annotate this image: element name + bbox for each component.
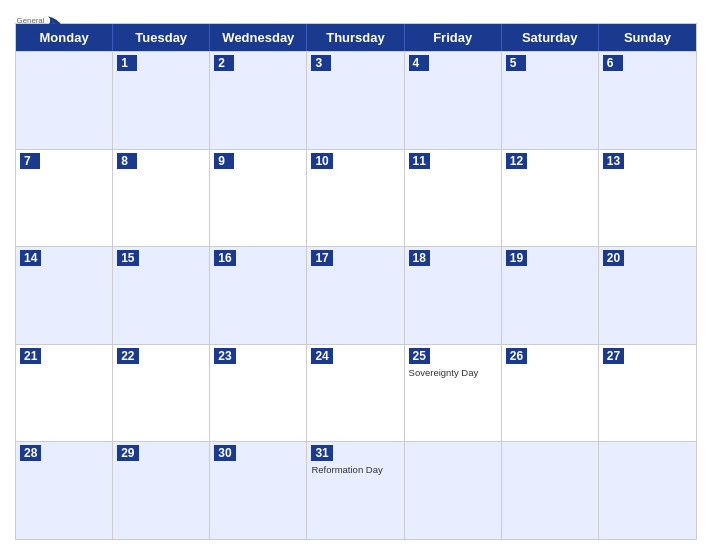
day-number: 12 [506,153,527,169]
day-number: 24 [311,348,332,364]
day-cell: 28 [16,442,113,539]
day-number: 1 [117,55,137,71]
day-cell: 3 [307,52,404,149]
day-number: 2 [214,55,234,71]
day-cell: 9 [210,150,307,247]
day-cell: 5 [502,52,599,149]
day-number: 21 [20,348,41,364]
day-number: 10 [311,153,332,169]
day-number: 19 [506,250,527,266]
day-cell: 22 [113,345,210,442]
weeks-container: 1234567891011121314151617181920212223242… [16,51,696,539]
day-cell [502,442,599,539]
calendar-grid: MondayTuesdayWednesdayThursdayFridaySatu… [15,23,697,540]
day-number: 27 [603,348,624,364]
day-cell: 25Sovereignty Day [405,345,502,442]
day-cell [599,442,696,539]
day-header-friday: Friday [405,24,502,51]
day-cell: 11 [405,150,502,247]
event-label: Reformation Day [311,464,399,475]
day-number: 4 [409,55,429,71]
day-cell: 23 [210,345,307,442]
day-cell: 17 [307,247,404,344]
day-cell: 27 [599,345,696,442]
day-cell: 13 [599,150,696,247]
day-cell: 30 [210,442,307,539]
day-number: 28 [20,445,41,461]
day-cell: 26 [502,345,599,442]
day-cell: 19 [502,247,599,344]
day-cell: 15 [113,247,210,344]
day-number: 23 [214,348,235,364]
calendar-container: General Blue MondayTuesdayWednesdayThurs… [0,0,712,550]
day-cell: 20 [599,247,696,344]
day-header-saturday: Saturday [502,24,599,51]
day-cell: 6 [599,52,696,149]
week-row-5: 28293031Reformation Day [16,441,696,539]
day-number: 9 [214,153,234,169]
day-number: 16 [214,250,235,266]
day-number: 26 [506,348,527,364]
day-cell: 14 [16,247,113,344]
svg-text:Blue: Blue [17,24,41,36]
day-cell: 21 [16,345,113,442]
day-number: 20 [603,250,624,266]
day-cell: 8 [113,150,210,247]
calendar-header: General Blue [15,10,697,15]
week-row-3: 14151617181920 [16,246,696,344]
day-number: 13 [603,153,624,169]
day-cell: 31Reformation Day [307,442,404,539]
week-row-2: 78910111213 [16,149,696,247]
day-header-thursday: Thursday [307,24,404,51]
day-cell: 7 [16,150,113,247]
day-header-sunday: Sunday [599,24,696,51]
day-cell: 24 [307,345,404,442]
day-number: 31 [311,445,332,461]
week-row-1: 123456 [16,51,696,149]
day-cell: 18 [405,247,502,344]
day-number: 11 [409,153,430,169]
day-cell [405,442,502,539]
day-number: 8 [117,153,137,169]
day-number: 5 [506,55,526,71]
day-cell: 16 [210,247,307,344]
day-headers: MondayTuesdayWednesdayThursdayFridaySatu… [16,24,696,51]
day-cell: 10 [307,150,404,247]
day-header-wednesday: Wednesday [210,24,307,51]
day-cell: 2 [210,52,307,149]
day-number: 18 [409,250,430,266]
day-header-tuesday: Tuesday [113,24,210,51]
day-number: 15 [117,250,138,266]
day-number: 30 [214,445,235,461]
week-row-4: 2122232425Sovereignty Day2627 [16,344,696,442]
day-number: 25 [409,348,430,364]
day-number: 22 [117,348,138,364]
day-cell: 1 [113,52,210,149]
day-number: 17 [311,250,332,266]
day-number: 29 [117,445,138,461]
day-number: 3 [311,55,331,71]
logo-svg: General Blue [15,10,70,50]
day-cell: 12 [502,150,599,247]
day-cell [16,52,113,149]
day-number: 7 [20,153,40,169]
day-cell: 29 [113,442,210,539]
event-label: Sovereignty Day [409,367,497,378]
day-cell: 4 [405,52,502,149]
logo: General Blue [15,10,70,50]
day-number: 6 [603,55,623,71]
day-number: 14 [20,250,41,266]
